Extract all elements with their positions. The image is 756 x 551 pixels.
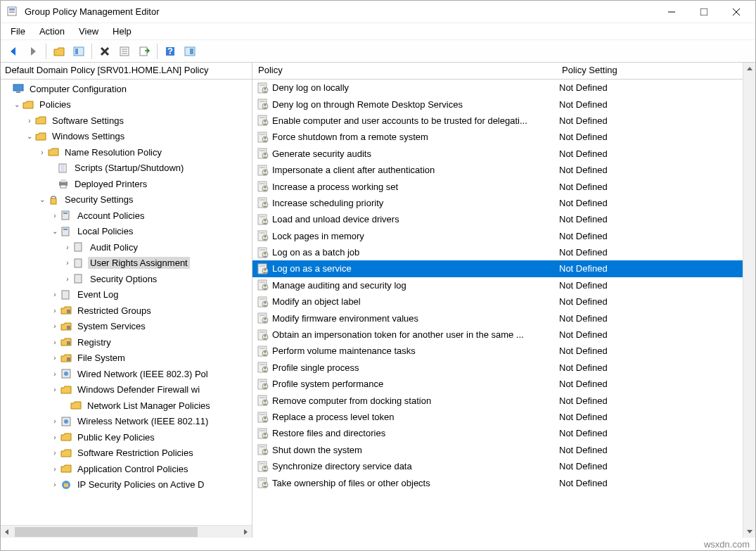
- list-vertical-scrollbar[interactable]: [743, 63, 755, 538]
- column-header-setting[interactable]: Policy Setting: [556, 63, 743, 79]
- scroll-left-icon[interactable]: [1, 526, 13, 538]
- forward-button[interactable]: [25, 43, 41, 60]
- delete-button[interactable]: [96, 43, 113, 60]
- expand-icon[interactable]: ›: [50, 210, 60, 220]
- tree-node-account-policies[interactable]: ›Account Policies: [1, 208, 252, 224]
- tree-node-wired-network[interactable]: ›Wired Network (IEEE 802.3) Pol: [1, 366, 252, 382]
- policy-row[interactable]: Take ownership of files or other objects…: [252, 474, 743, 490]
- tree-node-audit-policy[interactable]: ›Audit Policy: [1, 239, 252, 255]
- expand-icon[interactable]: ›: [50, 322, 60, 331]
- titlebar[interactable]: Group Policy Management Editor: [1, 1, 755, 23]
- expand-icon[interactable]: ›: [50, 432, 60, 442]
- policy-row[interactable]: Restore files and directoriesNot Defined: [252, 425, 743, 441]
- menu-action[interactable]: Action: [34, 25, 70, 38]
- expand-icon[interactable]: ›: [50, 305, 60, 315]
- policy-row[interactable]: Load and unload device driversNot Define…: [252, 211, 743, 227]
- policy-row[interactable]: Log on as a batch jobNot Defined: [252, 244, 743, 260]
- tree-body[interactable]: Computer Configuration ⌄Policies ›Softwa…: [1, 80, 252, 525]
- policy-row[interactable]: Profile system performanceNot Defined: [252, 376, 743, 392]
- policy-row[interactable]: Shut down the systemNot Defined: [252, 442, 743, 458]
- tree-node-restricted-groups[interactable]: ›Restricted Groups: [1, 303, 252, 319]
- tree-node-name-resolution[interactable]: ›Name Resolution Policy: [1, 144, 252, 160]
- tree-node-user-rights-assignment[interactable]: ›User Rights Assignment: [1, 255, 252, 272]
- tree-node-local-policies[interactable]: ⌄Local Policies: [1, 224, 252, 240]
- scroll-up-icon[interactable]: [743, 63, 755, 75]
- tree-header[interactable]: Default Domain Policy [SRV01.HOME.LAN] P…: [1, 63, 252, 80]
- expand-icon[interactable]: ›: [50, 385, 60, 395]
- menu-view[interactable]: View: [73, 25, 104, 38]
- policy-row[interactable]: Impersonate a client after authenticatio…: [252, 162, 743, 178]
- expand-icon[interactable]: ›: [63, 242, 72, 252]
- maximize-button[interactable]: [688, 1, 720, 23]
- expand-icon[interactable]: ›: [63, 258, 72, 268]
- policy-row[interactable]: Enable computer and user accounts to be …: [252, 113, 743, 129]
- policy-row[interactable]: Replace a process level tokenNot Defined: [252, 409, 743, 425]
- tree-node-computer-configuration[interactable]: Computer Configuration: [1, 81, 252, 97]
- properties-button[interactable]: [116, 43, 133, 60]
- scroll-thumb[interactable]: [15, 527, 198, 537]
- export-button[interactable]: [136, 43, 153, 60]
- expand-icon[interactable]: ›: [63, 274, 72, 284]
- tree-node-security-options[interactable]: ›Security Options: [1, 271, 252, 287]
- policy-row[interactable]: Profile single processNot Defined: [252, 360, 743, 376]
- expand-icon[interactable]: ›: [50, 290, 60, 300]
- expand-icon[interactable]: ›: [50, 369, 60, 379]
- tree-node-pubkey[interactable]: ›Public Key Policies: [1, 429, 252, 445]
- expand-icon[interactable]: ›: [50, 480, 60, 490]
- policy-row[interactable]: Synchronize directory service dataNot De…: [252, 458, 743, 474]
- show-scope-button[interactable]: [70, 43, 87, 60]
- policy-row[interactable]: Modify firmware environment valuesNot De…: [252, 310, 743, 326]
- tree-node-file-system[interactable]: ›File System: [1, 350, 252, 367]
- list-body[interactable]: Deny log on locallyNot DefinedDeny log o…: [252, 80, 743, 538]
- policy-row[interactable]: Modify an object labelNot Defined: [252, 293, 743, 310]
- collapse-icon[interactable]: ⌄: [25, 132, 34, 141]
- up-folder-button[interactable]: [51, 43, 68, 60]
- tree-node-software-settings[interactable]: ›Software Settings: [1, 113, 252, 129]
- policy-row[interactable]: Manage auditing and security logNot Defi…: [252, 277, 743, 293]
- tree-node-wireless[interactable]: ›Wireless Network (IEEE 802.11): [1, 414, 252, 430]
- tree-node-registry[interactable]: ›Registry: [1, 334, 252, 350]
- expand-icon[interactable]: ›: [37, 147, 47, 157]
- tree-node-windows-settings[interactable]: ⌄Windows Settings: [1, 129, 252, 145]
- expand-icon[interactable]: ›: [25, 115, 34, 125]
- minimize-button[interactable]: [655, 1, 688, 23]
- tree-node-firewall[interactable]: ›Windows Defender Firewall wi: [1, 382, 252, 398]
- tree-node-netlist[interactable]: Network List Manager Policies: [1, 398, 252, 414]
- tree-node-policies[interactable]: ⌄Policies: [1, 97, 252, 113]
- scroll-track[interactable]: [13, 526, 239, 538]
- tree-node-event-log[interactable]: ›Event Log: [1, 287, 252, 303]
- expand-icon[interactable]: ›: [50, 448, 60, 458]
- expand-icon[interactable]: ›: [50, 417, 60, 426]
- expand-icon[interactable]: ›: [50, 353, 60, 363]
- tree-node-ipsec[interactable]: ›IP Security Policies on Active D: [1, 477, 252, 493]
- policy-row[interactable]: Lock pages in memoryNot Defined: [252, 228, 743, 244]
- tree-node-system-services[interactable]: ›System Services: [1, 319, 252, 335]
- policy-row[interactable]: Obtain an impersonation token for anothe…: [252, 327, 743, 343]
- policy-row[interactable]: Remove computer from docking stationNot …: [252, 392, 743, 408]
- tree-node-printers[interactable]: Deployed Printers: [1, 176, 252, 192]
- policy-row[interactable]: Perform volume maintenance tasksNot Defi…: [252, 343, 743, 359]
- scroll-track[interactable]: [743, 75, 755, 525]
- policy-row[interactable]: Log on as a serviceNot Defined: [252, 260, 743, 277]
- close-button[interactable]: [720, 1, 752, 23]
- tree-horizontal-scrollbar[interactable]: [1, 525, 252, 538]
- scroll-down-icon[interactable]: [743, 525, 755, 538]
- collapse-icon[interactable]: ⌄: [12, 100, 22, 110]
- policy-row[interactable]: Generate security auditsNot Defined: [252, 146, 743, 162]
- policy-row[interactable]: Force shutdown from a remote systemNot D…: [252, 129, 743, 145]
- collapse-icon[interactable]: ⌄: [50, 227, 60, 236]
- policy-row[interactable]: Increase a process working setNot Define…: [252, 178, 743, 194]
- policy-row[interactable]: Increase scheduling priorityNot Defined: [252, 195, 743, 211]
- expand-icon[interactable]: ›: [50, 464, 60, 474]
- filter-button[interactable]: [181, 43, 198, 60]
- tree-node-security-settings[interactable]: ⌄Security Settings: [1, 192, 252, 208]
- expand-icon[interactable]: [2, 84, 12, 94]
- policy-row[interactable]: Deny log on locallyNot Defined: [252, 80, 743, 96]
- expand-icon[interactable]: ›: [50, 337, 60, 347]
- policy-row[interactable]: Deny log on through Remote Desktop Servi…: [252, 96, 743, 112]
- tree-node-scripts[interactable]: Scripts (Startup/Shutdown): [1, 160, 252, 177]
- menu-file[interactable]: File: [5, 25, 31, 38]
- menu-help[interactable]: Help: [107, 25, 137, 38]
- column-header-policy[interactable]: Policy: [252, 63, 556, 79]
- help-button[interactable]: ?: [162, 43, 179, 60]
